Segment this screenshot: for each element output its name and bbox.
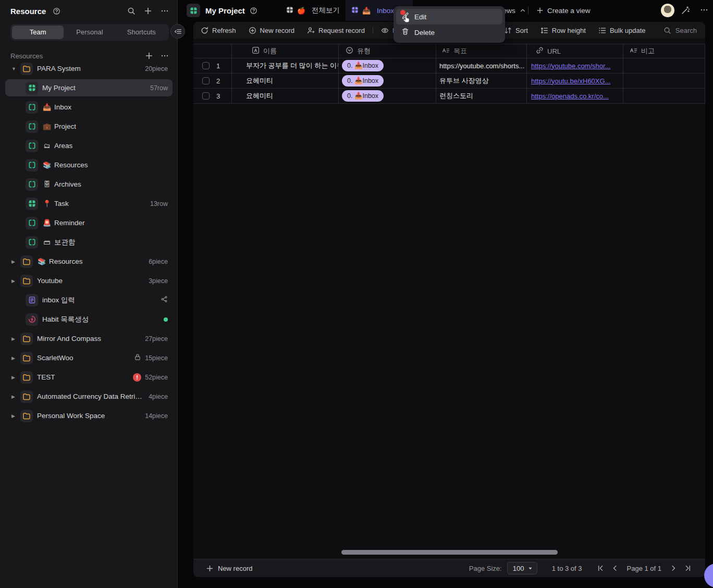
cell-note-1[interactable] [623, 58, 705, 74]
horizontal-scrollbar[interactable] [341, 550, 558, 555]
search-button[interactable]: Search [663, 22, 697, 39]
chevron-down-icon[interactable]: ▼ [11, 66, 18, 71]
column-header-url[interactable]: URL [527, 44, 623, 58]
tree-item-test[interactable]: ▶TEST!52piece [0, 368, 177, 387]
bulk-update-button[interactable]: Bulk update [592, 22, 652, 39]
node-label: Reminder [54, 219, 85, 227]
tree-item-resources[interactable]: ▶📚Resources6piece [0, 252, 177, 271]
last-page-button[interactable] [684, 565, 692, 572]
chevron-right-icon[interactable]: ▶ [11, 413, 18, 419]
tree-item-youtube[interactable]: ▶Youtube3piece [0, 271, 177, 290]
tree-item-reminder[interactable]: 🚨Reminder [0, 213, 177, 232]
tree-item-para-system[interactable]: ▼PARA System20piece [0, 59, 177, 78]
next-page-button[interactable] [670, 565, 677, 572]
tree-item-personal-work-space[interactable]: ▶Personal Work Space14piece [0, 406, 177, 425]
textA-field-icon [442, 46, 450, 56]
menu-item-delete[interactable]: Delete [396, 24, 502, 40]
tree-item-my-project[interactable]: My Project57row [0, 78, 177, 97]
node-label: ScarletWoo [37, 354, 73, 362]
tree-item-inbox[interactable]: inbox 입력 [0, 290, 177, 310]
chevron-right-icon[interactable]: ▶ [11, 259, 18, 264]
url-link[interactable]: https://youtu.be/xH60XG... [531, 77, 610, 85]
cell-goal-3[interactable]: 런칭스토리 [436, 89, 527, 104]
sidebar-tab-team[interactable]: Team [12, 26, 64, 39]
first-page-button[interactable] [597, 565, 604, 572]
row-checkbox[interactable] [202, 92, 210, 100]
page-title: My Project [205, 6, 245, 15]
cell-type-1[interactable]: 0. 📥Inbox [339, 58, 436, 74]
tree-item-inbox[interactable]: 📥Inbox [0, 97, 177, 117]
user-avatar[interactable] [661, 4, 674, 17]
row-height-button[interactable]: Row height [534, 22, 592, 39]
help-icon[interactable] [50, 5, 63, 17]
node-emoji: 📚 [42, 161, 52, 169]
tree-item-9[interactable]: 🗃보관함 [0, 232, 177, 252]
chevron-right-icon[interactable]: ▶ [11, 278, 18, 284]
refresh-button[interactable]: Refresh [194, 22, 242, 39]
sidebar-tab-shortcuts[interactable]: Shortcuts [116, 26, 167, 39]
tree-item-habit[interactable]: Habit 목록생성 [0, 310, 177, 329]
column-header-[interactable]: 이름 [232, 44, 339, 58]
chevron-right-icon[interactable]: ▶ [11, 394, 18, 399]
cell-goal-1[interactable]: https://youtube.com/shorts... [436, 58, 527, 74]
cell-url-2[interactable]: https://youtu.be/xH60XG... [527, 74, 623, 89]
cell-url-3[interactable]: https://openads.co.kr/co... [527, 89, 623, 104]
cell-note-3[interactable] [623, 89, 705, 104]
tree-item-archives[interactable]: 🗄Archives [0, 175, 177, 194]
floating-action-button[interactable] [704, 564, 713, 587]
cell-name-2[interactable]: 요헤미티 [232, 74, 339, 89]
search-icon[interactable] [125, 5, 138, 17]
row-checkbox[interactable] [202, 77, 210, 84]
tree-item-scarletwoo[interactable]: ▶ScarletWoo15piece [0, 348, 177, 368]
tree-item-mirror-and-compass[interactable]: ▶Mirror And Compass27piece [0, 329, 177, 348]
tree-item-project[interactable]: 💼Project [0, 117, 177, 136]
collapse-sidebar-button[interactable] [170, 24, 185, 39]
plus-icon [536, 7, 544, 14]
tree-item-areas[interactable]: 🗂Areas [0, 136, 177, 155]
node-count: 6piece [149, 258, 168, 265]
search-icon [663, 27, 671, 34]
cell-note-2[interactable] [623, 74, 705, 89]
view-tab-[interactable]: 🍎전체보기 [280, 0, 346, 21]
request-record-button[interactable]: Request record [301, 22, 371, 39]
node-emoji: 📍 [42, 200, 52, 207]
new-record-button[interactable]: New record [242, 22, 301, 39]
title-help-icon[interactable] [250, 7, 257, 15]
column-header-[interactable]: 비고 [623, 44, 705, 58]
tree-item-automated-currency-data-retrieval[interactable]: ▶Automated Currency Data Retrieval...4pi… [0, 387, 177, 406]
cell-goal-2[interactable]: 유투브 사장영상 [436, 74, 527, 89]
column-header-[interactable]: 유형 [339, 44, 436, 58]
refresh-icon [201, 27, 208, 34]
prev-page-button[interactable] [611, 565, 619, 572]
cell-type-2[interactable]: 0. 📥Inbox [339, 74, 436, 89]
header-more-icon[interactable] [700, 6, 708, 14]
chevron-right-icon[interactable]: ▶ [11, 375, 18, 380]
menu-item-edit[interactable]: Edit [396, 9, 502, 24]
tree-item-resources[interactable]: 📚Resources [0, 155, 177, 175]
node-emoji: 📚 [37, 258, 46, 265]
column-header-[interactable]: 목표 [436, 44, 527, 58]
add-node-icon[interactable] [142, 5, 154, 17]
caret-down-icon [527, 566, 533, 571]
cell-name-1[interactable]: 부자가 공부를 더 많이 하는 이유 [232, 58, 339, 74]
cell-type-3[interactable]: 0. 📥Inbox [339, 89, 436, 104]
chevron-right-icon[interactable]: ▶ [11, 336, 18, 341]
grid-icon [26, 198, 38, 210]
sidebar-tab-personal[interactable]: Personal [64, 26, 115, 39]
cell-name-3[interactable]: 요헤미티 [232, 89, 339, 104]
row-checkbox[interactable] [202, 62, 210, 69]
footer-new-record-button[interactable]: New record [206, 565, 252, 572]
cell-url-1[interactable]: https://youtube.com/shor... [527, 58, 623, 74]
page-size-select[interactable]: 100 [507, 562, 537, 574]
node-label: Areas [54, 142, 72, 150]
url-link[interactable]: https://youtube.com/shor... [531, 62, 610, 70]
share-icon[interactable] [161, 296, 168, 304]
create-view-button[interactable]: Create a view [536, 0, 591, 21]
sort-icon [504, 27, 512, 34]
magic-wand-icon[interactable] [681, 6, 690, 15]
more-icon[interactable] [158, 5, 171, 17]
chevron-right-icon[interactable]: ▶ [11, 356, 18, 361]
url-link[interactable]: https://openads.co.kr/co... [531, 92, 609, 100]
node-label: Resources [54, 161, 88, 169]
tree-item-task[interactable]: 📍Task13row [0, 194, 177, 213]
